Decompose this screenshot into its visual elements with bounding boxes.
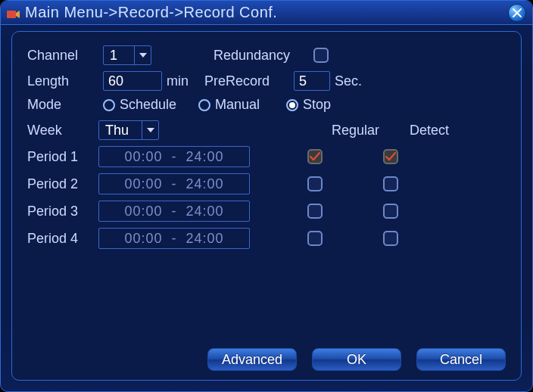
- period-label: Period 4: [27, 231, 98, 247]
- period-label: Period 2: [27, 176, 98, 192]
- period-detect-checkbox[interactable]: [383, 204, 398, 219]
- radio-stop: [286, 99, 298, 111]
- header-detect: Detect: [410, 123, 449, 138]
- mode-manual-option[interactable]: Manual: [198, 97, 282, 113]
- advanced-button[interactable]: Advanced: [207, 348, 297, 371]
- header-regular: Regular: [332, 123, 379, 138]
- week-dropdown[interactable]: Thu: [98, 120, 159, 140]
- period-regular-checkbox[interactable]: [307, 176, 323, 191]
- titlebar: Main Menu->Record->Record Conf.: [1, 1, 532, 25]
- record-conf-window: Main Menu->Record->Record Conf. Channel …: [0, 0, 533, 392]
- row-channel: Channel 1 Redundancy: [27, 45, 506, 65]
- label-channel: Channel: [27, 48, 98, 64]
- label-redundancy: Redundancy: [214, 48, 309, 64]
- mode-stop-option[interactable]: Stop: [286, 97, 331, 113]
- row-mode: Mode Schedule Manual Stop: [27, 97, 506, 113]
- svg-rect-0: [7, 11, 16, 18]
- label-sec: Sec.: [335, 73, 362, 89]
- period-row-4: Period 400:00-24:00: [27, 228, 506, 249]
- radio-manual: [198, 99, 210, 111]
- content-panel: Channel 1 Redundancy Length 60 min PreRe…: [11, 31, 522, 381]
- record-conf-icon: [7, 8, 20, 18]
- label-mode: Mode: [27, 97, 98, 113]
- period-time-input[interactable]: 00:00-24:00: [98, 201, 250, 222]
- period-time-input[interactable]: 00:00-24:00: [98, 228, 250, 249]
- label-length: Length: [27, 73, 98, 89]
- period-label: Period 3: [27, 204, 98, 219]
- chevron-down-icon: [134, 46, 151, 64]
- row-week-header: Week Thu Regular Detect: [27, 120, 506, 140]
- footer-buttons: Advanced OK Cancel: [207, 348, 506, 371]
- close-icon: [513, 8, 522, 17]
- redundancy-checkbox[interactable]: [313, 48, 329, 63]
- period-detect-checkbox[interactable]: [383, 231, 398, 246]
- week-value: Thu: [99, 121, 142, 139]
- label-prerecord: PreRecord: [204, 73, 289, 89]
- length-input[interactable]: 60: [103, 71, 162, 91]
- period-time-input[interactable]: 00:00-24:00: [98, 146, 250, 167]
- period-regular-checkbox[interactable]: [307, 204, 323, 219]
- period-row-2: Period 200:00-24:00: [27, 173, 506, 194]
- period-detect-checkbox[interactable]: [383, 149, 398, 164]
- prerecord-input[interactable]: 5: [294, 71, 330, 91]
- radio-schedule: [103, 99, 115, 111]
- ok-button[interactable]: OK: [312, 348, 401, 371]
- cancel-button[interactable]: Cancel: [416, 348, 506, 371]
- label-min: min: [167, 73, 200, 89]
- periods-container: Period 100:00-24:00Period 200:00-24:00Pe…: [27, 146, 506, 249]
- period-detect-checkbox[interactable]: [383, 176, 398, 191]
- label-week: Week: [27, 123, 98, 138]
- channel-dropdown[interactable]: 1: [103, 45, 151, 65]
- chevron-down-icon: [142, 121, 158, 139]
- close-button[interactable]: [508, 4, 526, 22]
- period-regular-checkbox[interactable]: [307, 231, 323, 246]
- period-label: Period 1: [27, 149, 98, 165]
- period-time-input[interactable]: 00:00-24:00: [98, 173, 250, 194]
- mode-schedule-option[interactable]: Schedule: [103, 97, 194, 113]
- period-regular-checkbox[interactable]: [307, 149, 323, 164]
- title-text: Main Menu->Record->Record Conf.: [25, 4, 508, 21]
- channel-value: 1: [104, 46, 134, 64]
- row-length: Length 60 min PreRecord 5 Sec.: [27, 71, 506, 91]
- period-row-1: Period 100:00-24:00: [27, 146, 506, 167]
- period-row-3: Period 300:00-24:00: [27, 201, 506, 222]
